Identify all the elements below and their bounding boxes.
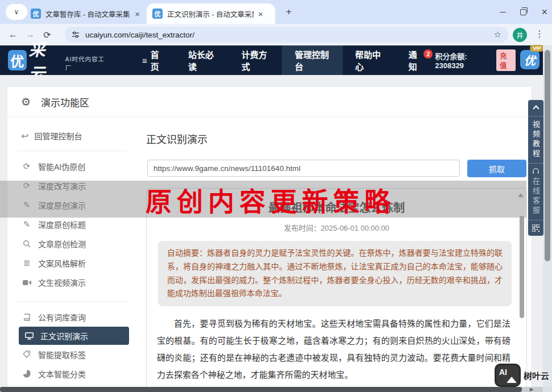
qrcode-icon (532, 224, 539, 232)
recharge-button[interactable]: 充值 (496, 49, 516, 71)
floating-side-widget: 视频教程 在线客服 (528, 100, 543, 236)
browser-tab-strip: ∨ 优 文章暂存库 - 自动文章采集器- × 优 正文识别演示 - 自动文章采集… (0, 0, 552, 24)
scrollbar-corner (543, 387, 552, 392)
menu-label: 通知 (408, 48, 422, 72)
auto-abstract: 自动摘要：炼器者自身的灵力是赋予法宝灵性的关键。在祭炼中，炼器者要与法宝建立特殊… (158, 241, 512, 306)
sidebar-item-label: 智能提取标签 (38, 349, 86, 360)
sidebar-item-style-analysis[interactable]: ≣ 文案风格解析 (7, 253, 138, 273)
user-avatar-wrap[interactable]: 优 VIP (520, 50, 539, 70)
sidebar-item-text-to-video[interactable]: 文生视频演示 (7, 273, 138, 292)
gear-icon: ⚙ (21, 95, 31, 109)
ucaiyun-favicon: 优 (31, 9, 41, 19)
menu-item-admin-console[interactable]: 管理控制台 (282, 45, 342, 75)
back-to-console-link[interactable]: ↩ 回管理控制台 (21, 130, 138, 141)
back-label: 回管理控制台 (34, 130, 82, 141)
vip-badge: VIP (530, 45, 544, 52)
sidebar-item-text-recognition[interactable]: 正文识别演示 (19, 327, 129, 345)
content-scrollbar-thumb[interactable] (520, 216, 524, 318)
edit-icon: ✎ (22, 219, 31, 230)
online-service-label: 在线客服 (530, 177, 541, 216)
sidebar-item-label: 文案风格解析 (38, 257, 86, 269)
url-text[interactable]: ucaiyun.com/caiji/test_extractor/ (85, 31, 489, 39)
list-icon: ≣ (22, 258, 31, 268)
red-watermark-text: 原创内容更新策略 (146, 181, 396, 218)
qrcode-button[interactable] (528, 220, 543, 236)
sidebar-item-label: 公有词库查询 (38, 311, 86, 323)
sidebar-item-label: 正文识别演示 (40, 330, 88, 341)
browser-horizontal-scrollbar[interactable]: ▶ (0, 387, 543, 392)
menu-label: 计费方式 (242, 48, 270, 72)
sidebar-item-text-classification[interactable]: 文本智能分类 (7, 364, 138, 383)
brand-name: 树叶云 (524, 369, 549, 381)
close-window-button[interactable]: × (541, 6, 547, 18)
tab-article-storage[interactable]: 优 文章暂存库 - 自动文章采集器- × (25, 3, 146, 24)
menu-label: 站长必读 (188, 48, 217, 72)
sidebar-item-public-lexicon[interactable]: 公有词库查询 (7, 307, 138, 327)
list-icon: ≡ (142, 56, 147, 65)
tab-title: 文章暂存库 - 自动文章采集器- (45, 9, 130, 19)
sidebar-item-deep-original-title[interactable]: ✎ 深度原创标题 (7, 215, 138, 234)
mountain-icon (507, 377, 517, 383)
article-url-input[interactable] (147, 160, 460, 177)
menu-item-notifications[interactable]: 通知 2 (396, 45, 435, 75)
demo-main: 正文识别演示 抓取 最强祖师本命法宝怎么炼制 发布时间：2025-06-01 0… (138, 118, 532, 392)
close-icon[interactable]: × (135, 10, 140, 18)
ai-logo-icon: AI (495, 364, 521, 387)
page-title: 正文识别演示 (146, 131, 207, 146)
browser-profile-avatar[interactable]: 井 (513, 28, 527, 42)
tab-title: 正文识别演示 - 自动文章采集器 (167, 9, 254, 19)
divider (18, 151, 128, 151)
points-balance: 积分余额: 2308329 (435, 51, 492, 70)
search-icon (22, 240, 31, 248)
page-background: ⚙ 演示功能区 ↩ 回管理控制台 ⟳ 智能AI伪原创 ⟳ 深度改写演示 ✎ 深度… (0, 75, 552, 392)
menu-item-help-center[interactable]: 帮助中心 (343, 45, 396, 75)
sidebar-item-originality-check[interactable]: 文章原创检测 (7, 234, 138, 253)
sidebar-item-smart-tags[interactable]: 智能提取标签 (7, 345, 138, 364)
browser-vertical-scrollbar[interactable] (543, 45, 552, 392)
pie-chart-icon (22, 370, 31, 378)
user-avatar[interactable]: 优 (520, 50, 539, 69)
tag-icon (22, 351, 31, 358)
back-arrow-icon: ↩ (21, 131, 28, 141)
maximize-button[interactable] (520, 9, 526, 15)
browser-menu-icon[interactable]: ⋮ (535, 28, 544, 39)
demo-card: ⚙ 演示功能区 ↩ 回管理控制台 ⟳ 智能AI伪原创 ⟳ 深度改写演示 ✎ 深度… (7, 86, 532, 392)
sidebar-item-ai-rewrite[interactable]: ⟳ 智能AI伪原创 (7, 157, 138, 176)
menu-label: 帮助中心 (355, 48, 384, 72)
video-tutorial-button[interactable]: 视频教程 (528, 116, 543, 164)
menu-item-pricing[interactable]: 计费方式 (229, 45, 283, 75)
menu-item-webmaster-guide[interactable]: 站长必读 (176, 45, 229, 75)
minimize-button[interactable]: ─ (500, 7, 506, 16)
brand-watermark: AI 树叶云 (495, 364, 549, 387)
site-logo-icon[interactable]: 优 (8, 50, 27, 70)
tab-text-recognition[interactable]: 优 正文识别演示 - 自动文章采集器 × (147, 3, 275, 24)
extracted-content-box: 最强祖师本命法宝怎么炼制 发布时间：2025-06-01 00:00:00 自动… (146, 188, 527, 392)
chevron-up-icon (533, 105, 539, 111)
scroll-right-icon[interactable]: ▶ (530, 387, 533, 392)
ucaiyun-favicon: 优 (152, 9, 163, 19)
menu-item-home[interactable]: ≡ 首页 (130, 45, 176, 75)
tab-search-button[interactable]: ∨ (6, 4, 27, 20)
section-title: 演示功能区 (41, 95, 89, 109)
sidebar-item-label: 文生视频演示 (38, 277, 86, 288)
sidebar-item-label: 深度原创标题 (38, 219, 86, 230)
notification-badge: 2 (424, 49, 433, 59)
address-bar[interactable]: ucaiyun.com/caiji/test_extractor/ ☆ (65, 27, 508, 43)
book-icon (22, 314, 31, 321)
horizontal-scrollbar-thumb[interactable] (0, 387, 522, 392)
bookmark-star-icon[interactable]: ☆ (494, 30, 501, 40)
fetch-button[interactable]: 抓取 (467, 160, 526, 177)
site-info-icon[interactable] (72, 31, 80, 39)
card-header: ⚙ 演示功能区 (7, 87, 532, 117)
back-to-top-button[interactable] (528, 100, 543, 116)
close-icon[interactable]: × (258, 10, 263, 18)
back-icon[interactable]: ← (5, 30, 22, 40)
vertical-scrollbar-thumb[interactable] (545, 50, 550, 261)
main-menu: ≡ 首页 站长必读 计费方式 管理控制台 帮助中心 通知 2 (130, 45, 435, 75)
divider (18, 301, 128, 302)
site-header: 优 采云 AI时代内容工厂 ≡ 首页 站长必读 计费方式 管理控制台 帮助中心 … (0, 45, 552, 75)
online-service-button[interactable]: 在线客服 (528, 164, 543, 220)
new-tab-button[interactable]: + (282, 5, 296, 19)
demo-sidebar: ↩ 回管理控制台 ⟳ 智能AI伪原创 ⟳ 深度改写演示 ✎ 深度原创演示 ✎ 深… (7, 118, 138, 392)
video-tutorial-label: 视频教程 (530, 120, 541, 159)
